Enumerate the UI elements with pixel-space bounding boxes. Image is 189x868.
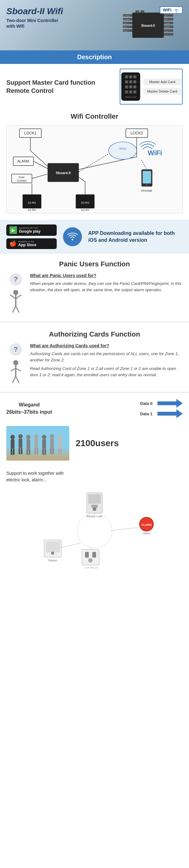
svg-rect-88: [27, 448, 28, 455]
authorizing-cards-desc2: Read Authorizing Card of Zone 1 or 2,all…: [30, 366, 183, 378]
svg-line-47: [79, 154, 108, 172]
question-mark-icon-2: ?: [9, 343, 22, 356]
svg-text:ALARM: ALARM: [141, 523, 152, 526]
svg-text:Alarm: Alarm: [143, 532, 150, 535]
header-text: Sboard-II Wifi Two-door Mini Controller …: [6, 6, 114, 29]
panic-users-desc: When people are under duress, they can u…: [30, 281, 183, 293]
svg-marker-77: [158, 409, 183, 418]
authorizing-cards-desc1: Authorizing Cards are cards can set the …: [30, 351, 183, 363]
panic-users-content: What are Panic Users used for? When peop…: [30, 273, 183, 293]
svg-line-60: [79, 177, 85, 182]
data1-label: Data 1: [140, 411, 156, 416]
svg-text:S2-RX: S2-RX: [81, 201, 89, 204]
description-title-bar: Description: [0, 50, 189, 64]
svg-text:LED: LED: [135, 8, 138, 10]
data0-label: Data 0: [140, 401, 156, 406]
authorizing-cards-content: What are Authorizing Cards used for? Aut…: [30, 343, 183, 378]
panic-users-section: Panic Users Function ? What are Panic Us…: [0, 254, 189, 320]
svg-marker-76: [158, 399, 183, 408]
svg-rect-120: [85, 552, 89, 558]
header-device-image: WiFi Sboard-II NC1 NO1 OPEN1 OPEN2: [114, 6, 183, 44]
svg-text:OPEN2: OPEN2: [164, 26, 170, 28]
svg-point-64: [13, 290, 18, 295]
svg-text:Sboard-II: Sboard-II: [141, 24, 155, 27]
svg-text:GND: GND: [124, 26, 127, 28]
data1-row: Data 1: [140, 409, 183, 418]
panic-users-heading: Panic Users Function: [6, 260, 183, 268]
svg-rect-96: [42, 448, 44, 455]
master-add-card: Master Add Card: [143, 79, 181, 85]
svg-line-127: [91, 548, 91, 549]
svg-text:Device: Device: [48, 559, 57, 562]
person-standing-icon: [8, 359, 24, 384]
svg-text:OPEN1: OPEN1: [164, 22, 170, 24]
svg-rect-92: [34, 448, 36, 454]
question-mark-icon: ?: [9, 273, 22, 285]
svg-point-102: [58, 435, 62, 439]
svg-line-74: [12, 376, 16, 382]
google-play-name: Google play: [19, 229, 41, 234]
svg-rect-100: [50, 448, 52, 454]
svg-rect-87: [27, 439, 30, 448]
panic-users-icons: ?: [6, 273, 25, 314]
svg-point-90: [34, 434, 38, 439]
wifi-controller-section: Wifi Controller LOCK1 LOCK2 ALARM Door C…: [0, 109, 189, 220]
svg-text:LED1: LED1: [124, 30, 128, 32]
svg-rect-95: [42, 439, 46, 448]
svg-text:WAN: WAN: [119, 147, 126, 150]
svg-rect-79: [11, 439, 14, 448]
svg-text:Contact: Contact: [17, 179, 27, 182]
svg-rect-105: [60, 448, 62, 455]
svg-line-75: [16, 376, 19, 382]
svg-line-72: [11, 368, 16, 371]
panic-users-subtitle: What are Panic Users used for?: [30, 273, 183, 278]
appstore-badge[interactable]: 🍎 Available on the App Store: [6, 238, 57, 249]
svg-line-53: [141, 160, 147, 169]
svg-point-106: [77, 513, 112, 548]
svg-rect-93: [36, 448, 38, 454]
svg-rect-108: [88, 494, 101, 504]
svg-rect-91: [34, 439, 38, 448]
svg-text:S2-RX: S2-RX: [28, 209, 36, 212]
appstore-label: Available on the: [18, 241, 36, 243]
svg-point-63: [72, 239, 73, 241]
support-section: Support to work together with electric l…: [0, 467, 189, 578]
svg-text:PHONE: PHONE: [141, 189, 153, 192]
authorizing-cards-body: ? What are Authorizing Cards used for? A…: [6, 343, 183, 384]
svg-text:NO1: NO1: [164, 19, 168, 21]
wiegand-text: Wiegand 26bits~37bits input: [6, 401, 52, 415]
description-title-text: Description: [77, 54, 112, 60]
master-card-image: 123 456 789 *0# Remote Control Master Ad…: [120, 69, 183, 104]
svg-text:+12V: +12V: [124, 22, 127, 24]
svg-rect-85: [21, 448, 22, 454]
svg-rect-89: [29, 448, 30, 455]
svg-point-70: [13, 360, 18, 365]
svg-rect-80: [11, 448, 12, 455]
svg-point-117: [51, 552, 54, 555]
svg-point-45: [109, 142, 137, 160]
svg-point-82: [18, 434, 23, 439]
svg-point-0: [176, 11, 177, 12]
svg-rect-116: [46, 541, 60, 553]
data0-row: Data 0: [140, 399, 183, 408]
google-play-icon: ▶: [9, 226, 17, 234]
master-card-section: Support Master Card function Remote Cont…: [0, 64, 189, 109]
support-text: Support to work together with electric l…: [6, 470, 69, 483]
svg-rect-99: [50, 439, 54, 448]
svg-text:ALARM: ALARM: [17, 159, 29, 163]
svg-text:Door: Door: [19, 176, 25, 179]
svg-line-67: [16, 295, 21, 299]
svg-text:ALARM1: ALARM1: [124, 15, 130, 17]
svg-rect-50: [143, 171, 151, 184]
svg-rect-121: [92, 552, 96, 558]
svg-rect-104: [58, 448, 60, 455]
google-play-badge[interactable]: ▶ ANDROID APP ON Google play: [6, 224, 57, 236]
svg-point-98: [50, 434, 54, 439]
google-play-label: ANDROID APP ON: [19, 227, 41, 229]
users-people-image: [6, 426, 69, 461]
app-section: ▶ ANDROID APP ON Google play 🍎 Available…: [0, 220, 189, 254]
header-subtitle: Two-door Mini Controller with Wifi: [6, 18, 114, 29]
svg-rect-24: [135, 10, 139, 13]
data1-arrow: [158, 409, 183, 418]
svg-line-66: [10, 295, 16, 299]
